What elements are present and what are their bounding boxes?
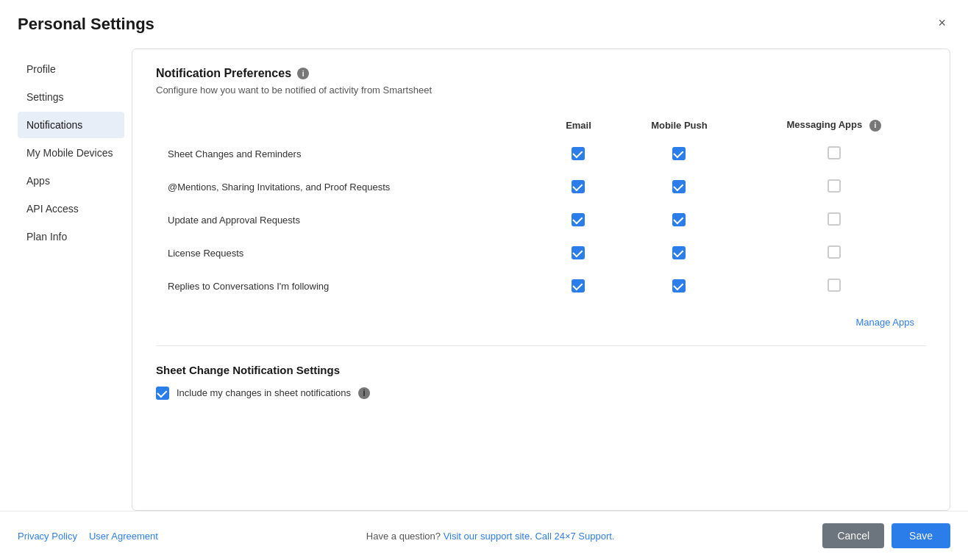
row-4-mobile-push[interactable] xyxy=(617,237,742,270)
row-2-email[interactable] xyxy=(540,170,616,204)
checkbox-row2-mobile[interactable] xyxy=(672,180,686,193)
checkbox-row1-messaging[interactable] xyxy=(828,146,841,159)
checkbox-row4-mobile[interactable] xyxy=(672,246,686,259)
checkbox-row5-mobile[interactable] xyxy=(672,279,686,292)
row-2-mobile-push[interactable] xyxy=(617,170,742,204)
row-label-3: Update and Approval Requests xyxy=(156,204,540,237)
include-my-changes-label: Include my changes in sheet notification… xyxy=(177,387,351,398)
col-header-row-label xyxy=(156,113,540,137)
save-button[interactable]: Save xyxy=(892,523,950,548)
sheet-change-title: Sheet Change Notification Settings xyxy=(156,364,926,376)
notification-preferences-description: Configure how you want to be notified of… xyxy=(156,85,926,96)
row-label-2: @Mentions, Sharing Invitations, and Proo… xyxy=(156,170,540,204)
footer-buttons: Cancel Save xyxy=(822,523,950,548)
sidebar-item-notifications[interactable]: Notifications xyxy=(18,112,124,138)
col-header-email: Email xyxy=(540,113,616,137)
modal-header: Personal Settings × xyxy=(0,0,968,41)
modal-body: Profile Settings Notifications My Mobile… xyxy=(0,41,968,511)
checkbox-row5-email[interactable] xyxy=(572,279,585,292)
row-3-messaging[interactable] xyxy=(741,204,926,237)
table-row: Replies to Conversations I'm following xyxy=(156,270,926,303)
manage-apps-container: Manage Apps xyxy=(156,307,926,328)
table-row: Update and Approval Requests xyxy=(156,204,926,237)
notification-preferences-info-icon[interactable]: i xyxy=(297,68,309,79)
checkbox-row4-messaging[interactable] xyxy=(828,245,841,259)
row-4-messaging[interactable] xyxy=(741,237,926,270)
row-5-mobile-push[interactable] xyxy=(617,270,742,303)
notification-preferences-label: Notification Preferences xyxy=(156,67,291,80)
user-agreement-link[interactable]: User Agreement xyxy=(89,531,158,542)
sidebar: Profile Settings Notifications My Mobile… xyxy=(18,49,124,511)
checkbox-row3-messaging[interactable] xyxy=(828,212,841,226)
footer-center: Have a question? Visit our support site.… xyxy=(366,531,615,542)
row-1-mobile-push[interactable] xyxy=(617,137,742,170)
row-label-1: Sheet Changes and Reminders xyxy=(156,137,540,170)
cancel-button[interactable]: Cancel xyxy=(822,523,884,548)
checkbox-row1-mobile[interactable] xyxy=(672,147,686,160)
manage-apps-link[interactable]: Manage Apps xyxy=(855,317,914,328)
row-3-email[interactable] xyxy=(540,204,616,237)
sidebar-item-plan-info[interactable]: Plan Info xyxy=(18,223,124,250)
modal-title: Personal Settings xyxy=(18,15,154,34)
table-row: Sheet Changes and Reminders xyxy=(156,137,926,170)
sidebar-item-settings[interactable]: Settings xyxy=(18,84,124,110)
table-row: @Mentions, Sharing Invitations, and Proo… xyxy=(156,170,926,204)
row-4-email[interactable] xyxy=(540,237,616,270)
footer-links: Privacy Policy User Agreement xyxy=(18,531,158,542)
sidebar-item-apps[interactable]: Apps xyxy=(18,168,124,194)
checkbox-row1-email[interactable] xyxy=(572,147,585,160)
table-row: License Requests xyxy=(156,237,926,270)
col-header-messaging-apps: Messaging Apps i xyxy=(741,113,926,137)
messaging-apps-info-icon[interactable]: i xyxy=(869,120,881,132)
row-label-5: Replies to Conversations I'm following xyxy=(156,270,540,303)
support-site-link[interactable]: Visit our support site xyxy=(444,531,530,542)
sidebar-item-api-access[interactable]: API Access xyxy=(18,195,124,222)
sheet-change-section: Sheet Change Notification Settings Inclu… xyxy=(156,364,926,400)
modal-container: Personal Settings × Profile Settings Not… xyxy=(0,0,968,560)
question-text: Have a question? xyxy=(366,531,441,542)
notification-table: Email Mobile Push Messaging Apps i Sheet… xyxy=(156,113,926,303)
sidebar-item-profile[interactable]: Profile xyxy=(18,56,124,82)
support-call-link[interactable]: Call 24×7 Support. xyxy=(535,531,614,542)
row-1-email[interactable] xyxy=(540,137,616,170)
col-header-mobile-push: Mobile Push xyxy=(617,113,742,137)
include-my-changes-row: Include my changes in sheet notification… xyxy=(156,387,926,400)
content-area: Notification Preferences i Configure how… xyxy=(132,49,950,511)
row-1-messaging[interactable] xyxy=(741,137,926,170)
messaging-apps-label: Messaging Apps xyxy=(786,119,862,130)
row-3-mobile-push[interactable] xyxy=(617,204,742,237)
checkbox-row2-email[interactable] xyxy=(572,180,585,193)
notification-preferences-title: Notification Preferences i xyxy=(156,67,926,80)
include-my-changes-info-icon[interactable]: i xyxy=(358,387,370,399)
close-button[interactable]: × xyxy=(933,15,950,31)
checkbox-row5-messaging[interactable] xyxy=(828,279,841,292)
row-5-messaging[interactable] xyxy=(741,270,926,303)
include-my-changes-checkbox[interactable] xyxy=(156,387,169,400)
checkbox-row4-email[interactable] xyxy=(572,246,585,259)
section-divider xyxy=(156,345,926,346)
row-2-messaging[interactable] xyxy=(741,170,926,204)
row-label-4: License Requests xyxy=(156,237,540,270)
row-5-email[interactable] xyxy=(540,270,616,303)
sidebar-item-my-mobile-devices[interactable]: My Mobile Devices xyxy=(18,140,124,166)
checkbox-row3-mobile[interactable] xyxy=(672,213,686,226)
modal-footer: Privacy Policy User Agreement Have a que… xyxy=(0,511,968,560)
privacy-policy-link[interactable]: Privacy Policy xyxy=(18,531,77,542)
checkbox-row2-messaging[interactable] xyxy=(828,179,841,193)
checkbox-row3-email[interactable] xyxy=(572,213,585,226)
